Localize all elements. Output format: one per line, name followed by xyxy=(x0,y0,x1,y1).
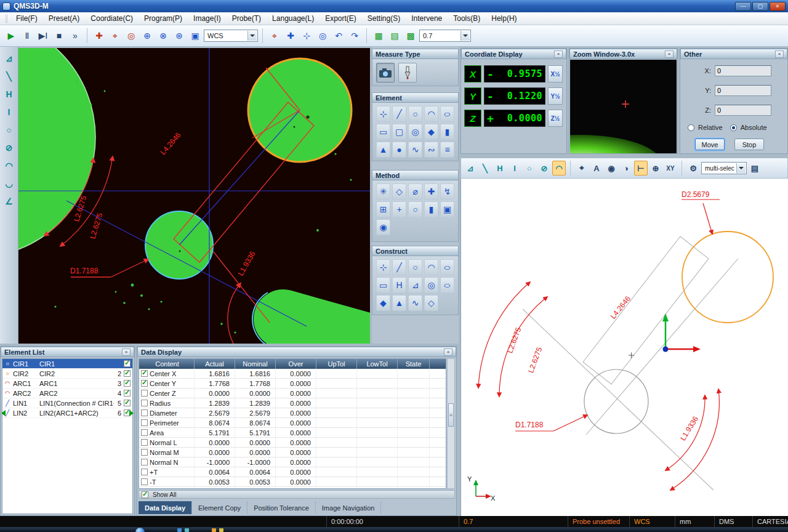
ring-icon[interactable]: ◎ xyxy=(408,124,422,140)
stop-button[interactable]: Stop xyxy=(734,139,764,150)
row-checkbox[interactable] xyxy=(141,390,148,397)
image-map-icon[interactable]: ▤ xyxy=(387,28,402,44)
goto-y-icon[interactable]: ⊗ xyxy=(156,28,171,44)
circle-measure-icon[interactable]: ○ xyxy=(2,123,17,136)
absolute-radio[interactable] xyxy=(730,124,737,131)
zoom-text-tool-icon[interactable]: ⌖ xyxy=(575,161,589,175)
concentric-tool-icon[interactable]: ⊘ xyxy=(537,161,551,175)
xy-tool-icon[interactable]: XY xyxy=(664,161,677,175)
row-checkbox[interactable] xyxy=(141,370,148,377)
bar-icon[interactable]: ▮ xyxy=(424,201,438,217)
maximize-button[interactable]: ▢ xyxy=(752,2,768,11)
row-checkbox[interactable] xyxy=(141,469,148,475)
column-actual[interactable]: Actual xyxy=(195,359,235,369)
z-field[interactable] xyxy=(715,105,771,116)
list-item[interactable]: ╱ LIN1 LIN1(Connection # CIR1+ 5 xyxy=(2,398,132,408)
construct-ellipse2-icon[interactable]: ○ xyxy=(440,277,454,293)
column-content[interactable]: Content xyxy=(139,359,195,369)
focus-icon[interactable]: ✚ xyxy=(283,28,298,44)
table-row[interactable]: Center X 1.6816 1.6816 0.0000 xyxy=(139,369,446,379)
zero-x-icon[interactable]: ✚ xyxy=(92,28,107,44)
menu-preset[interactable]: Preset(A) xyxy=(43,13,86,24)
select-mode-combobox[interactable]: multi-selec xyxy=(701,162,747,174)
x-field[interactable] xyxy=(715,65,771,76)
save-icon[interactable]: ▣ xyxy=(188,28,203,44)
probe-mode-button[interactable] xyxy=(398,63,417,83)
construct-angle-icon[interactable]: ⊿ xyxy=(408,277,422,293)
rectangle-icon[interactable]: ▭ xyxy=(376,124,390,140)
line-measure-icon[interactable]: ╲ xyxy=(2,70,17,83)
close-icon[interactable]: × xyxy=(122,349,131,356)
table-row[interactable]: Radius 1.2839 1.2839 0.0000 xyxy=(139,398,446,408)
column-over[interactable]: Over xyxy=(276,359,316,369)
undo-button[interactable]: ↶ xyxy=(331,28,346,44)
cross-icon[interactable]: + xyxy=(392,201,406,217)
element-checkbox[interactable] xyxy=(124,370,131,377)
list-item[interactable]: ○ CIR2 CIR2 2 xyxy=(2,369,132,379)
parallel-tool-icon[interactable]: H xyxy=(493,161,507,175)
text-tool-icon[interactable]: A xyxy=(590,161,603,175)
tab-position-tolerance[interactable]: Position Tolerance xyxy=(247,501,316,514)
redo-button[interactable]: ↷ xyxy=(347,28,362,44)
row-checkbox[interactable] xyxy=(141,478,148,485)
cone-icon[interactable]: ▲ xyxy=(376,142,390,158)
zero-y-icon[interactable]: ⌖ xyxy=(108,28,123,44)
goto-z-icon[interactable]: ⊛ xyxy=(172,28,187,44)
close-button[interactable]: × xyxy=(770,2,786,11)
auto-edge-icon[interactable]: ✳ xyxy=(376,183,390,200)
element-checkbox[interactable] xyxy=(124,400,131,406)
sphere-icon[interactable]: ● xyxy=(392,142,406,158)
y-field[interactable] xyxy=(715,85,771,96)
distance-tool-icon[interactable]: I xyxy=(508,161,521,175)
diameter-icon[interactable]: ⌀ xyxy=(408,183,422,200)
tab-image-navigation[interactable]: Image Navigation xyxy=(316,501,382,514)
distance-measure-icon[interactable]: I xyxy=(2,105,17,118)
circle-capture-icon[interactable]: ○ xyxy=(408,201,422,217)
menu-coordinate[interactable]: Coordiate(C) xyxy=(85,13,139,24)
concentric-measure-icon[interactable]: ⊘ xyxy=(2,141,17,154)
construct-circle-icon[interactable]: ○ xyxy=(408,259,422,275)
angle-measure-icon[interactable]: ⊿ xyxy=(2,52,17,65)
construct-cone-icon[interactable]: ▲ xyxy=(392,295,406,311)
row-checkbox[interactable] xyxy=(141,419,148,426)
table-row[interactable]: +T 0.0064 0.0064 0.0000 xyxy=(139,467,446,477)
zoom-combobox[interactable]: 0.7 xyxy=(419,30,471,42)
magnifier-tool-icon[interactable]: ⊕ xyxy=(649,161,662,175)
pause-button[interactable]: Ⅱ xyxy=(20,28,34,44)
grid-capture-icon[interactable]: ⊞ xyxy=(376,201,390,217)
scrollbar-thumb[interactable]: ≡ xyxy=(448,403,454,427)
fillet-measure-icon[interactable]: ◡ xyxy=(2,177,17,190)
relative-radio[interactable] xyxy=(688,124,694,131)
table-row[interactable]: Perimeter 8.0674 8.0674 0.0000 xyxy=(139,418,446,428)
probe-position-icon[interactable]: ⌖ xyxy=(267,28,282,44)
menu-program[interactable]: Program(P) xyxy=(139,13,188,24)
chevron-down-icon[interactable] xyxy=(247,31,257,41)
table-row[interactable]: Normal N -1.0000 -1.0000 0.0000 xyxy=(139,457,446,467)
image-nav-icon[interactable]: ▩ xyxy=(403,28,418,44)
chevron-down-icon[interactable] xyxy=(460,31,470,41)
table-row[interactable]: Normal M 0.0000 0.0000 0.0000 xyxy=(139,448,446,457)
list-item[interactable]: ◠ ARC2 ARC2 4 xyxy=(2,389,132,398)
menu-language[interactable]: Language(L) xyxy=(267,13,320,24)
column-lowtol[interactable]: LowTol xyxy=(357,359,398,369)
x-half-button[interactable]: X½ xyxy=(548,65,563,83)
menu-file[interactable]: File(F) xyxy=(10,13,43,24)
row-checkbox[interactable] xyxy=(141,449,148,456)
taskbar-app-icon[interactable] xyxy=(185,528,189,532)
polyline-icon[interactable]: ≡ xyxy=(440,142,454,158)
construct-rect-icon[interactable]: ▭ xyxy=(376,277,390,293)
stop-button[interactable]: ■ xyxy=(52,28,66,44)
column-state[interactable]: State xyxy=(398,359,430,369)
tab-data-display[interactable]: Data Display xyxy=(139,501,192,514)
slot-icon[interactable]: ▢ xyxy=(392,124,406,140)
taskbar-app-icon[interactable] xyxy=(177,528,182,532)
menu-intervene[interactable]: Intervene xyxy=(406,13,448,24)
parallel-measure-icon[interactable]: H xyxy=(2,87,17,100)
show-all-checkbox[interactable] xyxy=(142,491,148,498)
point-icon[interactable]: ⊹ xyxy=(376,106,390,122)
close-icon[interactable]: × xyxy=(444,349,452,356)
arc-tool-icon[interactable]: ◠ xyxy=(552,161,566,175)
menu-tools[interactable]: Tools(B) xyxy=(448,13,486,24)
goto-x-icon[interactable]: ⊕ xyxy=(140,28,155,44)
row-checkbox[interactable] xyxy=(141,409,148,416)
